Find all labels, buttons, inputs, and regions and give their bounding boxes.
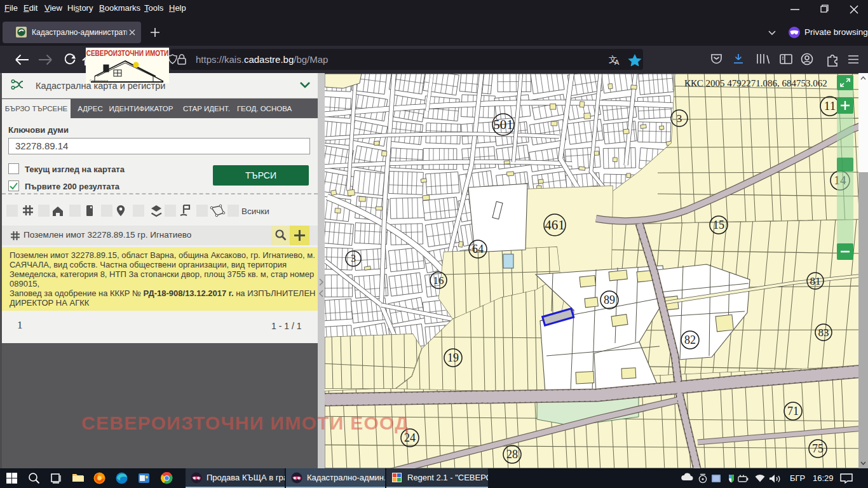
svg-text:501: 501 xyxy=(493,117,513,132)
svg-text:89: 89 xyxy=(604,294,615,306)
svg-text:64: 64 xyxy=(472,243,484,255)
svg-text:82: 82 xyxy=(684,334,696,346)
svg-text:461: 461 xyxy=(545,217,565,233)
svg-text:Северозападни: Северозападни xyxy=(90,79,108,82)
svg-text:75: 75 xyxy=(812,442,824,455)
svg-text:11: 11 xyxy=(824,99,836,112)
svg-text:16: 16 xyxy=(433,274,444,287)
svg-text:71: 71 xyxy=(787,405,799,417)
svg-text:83: 83 xyxy=(818,327,829,339)
svg-text:3: 3 xyxy=(677,112,682,125)
svg-text:14: 14 xyxy=(834,173,847,187)
svg-text:3: 3 xyxy=(351,253,356,264)
svg-text:81: 81 xyxy=(810,275,821,287)
svg-text:ККС 2005 4792271.086, 684753.0: ККС 2005 4792271.086, 684753.062 xyxy=(684,78,827,88)
svg-text:28: 28 xyxy=(506,448,518,461)
svg-text:15: 15 xyxy=(713,219,724,231)
svg-text:A: A xyxy=(614,58,620,66)
svg-text:19: 19 xyxy=(447,351,459,364)
